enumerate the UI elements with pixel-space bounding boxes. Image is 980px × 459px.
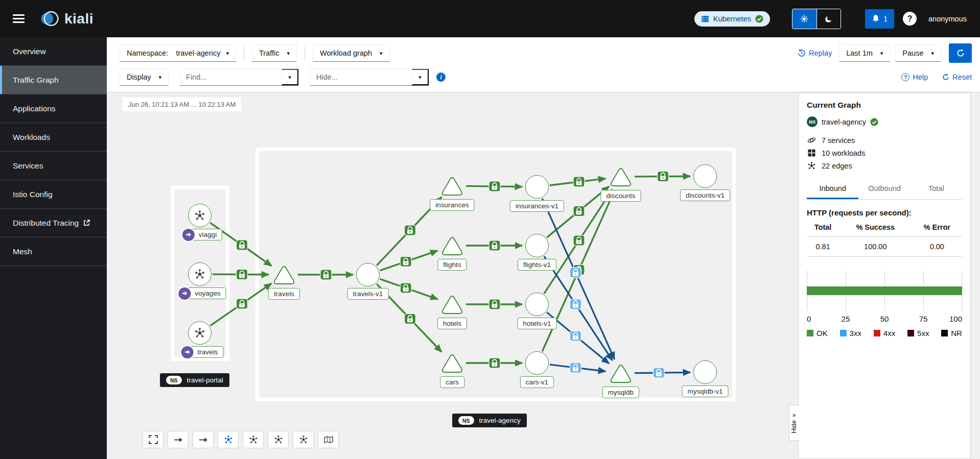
sidebar-item-distributed-tracing[interactable]: Distributed Tracing — [0, 209, 107, 237]
traffic-source-badge-icon — [177, 286, 192, 301]
graph-node-label-insurances-v1[interactable]: insurances-v1 — [510, 200, 564, 212]
graph-node-label-mysqldb[interactable]: mysqldb — [602, 386, 639, 398]
sidebar-item-overview[interactable]: Overview — [0, 37, 107, 66]
chart-legend: OK3xx4xx5xxNR — [807, 329, 962, 337]
graph-node-label-travels-wl[interactable]: travels — [188, 346, 224, 358]
graph-node-label-hotels[interactable]: hotels — [437, 318, 467, 329]
sidebar-item-traffic-graph[interactable]: Traffic Graph — [0, 66, 107, 94]
graph-type-select-label: Workload graph — [320, 49, 372, 57]
light-theme-button[interactable] — [792, 9, 816, 29]
graph-node-insurances[interactable] — [438, 173, 466, 198]
graph-node-label-cars[interactable]: cars — [440, 376, 464, 388]
http-rate-table: Total% Success% Error 0.81100.000.00 — [807, 219, 962, 257]
graph-node-label-hotels-v1[interactable]: hotels-v1 — [518, 318, 557, 329]
hide-input[interactable] — [311, 69, 412, 85]
graph-reset-button[interactable]: Reset — [942, 73, 972, 81]
graph-node-label-viaggi[interactable]: viaggi — [189, 229, 222, 240]
sidebar-item-mesh[interactable]: Mesh — [0, 237, 107, 266]
refresh-interval-value: Pause — [902, 49, 923, 57]
dagre-layout-button[interactable] — [218, 431, 239, 448]
graph-node-label-insurances[interactable]: insurances — [430, 199, 474, 211]
graph-node-label-discounts-v1[interactable]: discounts-v1 — [680, 189, 730, 201]
graph-node-mysqldb-v1[interactable] — [693, 360, 717, 384]
panel-stat-row: 10 workloads — [807, 149, 962, 157]
help-menu-button[interactable]: ? — [903, 12, 917, 26]
graph-node-mysqldb[interactable] — [607, 360, 635, 385]
legend-icon — [324, 436, 333, 443]
cluster-label: Kubernetes — [713, 15, 751, 23]
mtls-lock-icon — [405, 225, 416, 235]
node-label-text: cars — [446, 378, 459, 386]
table-cell: 0.81 — [807, 237, 839, 257]
panel-hide-tab[interactable]: » Hide — [789, 405, 799, 441]
graph-canvas[interactable]: Jun 26, 10:21:13 AM ... 10:22:13 AM viag… — [107, 92, 798, 459]
tab-outbound[interactable]: Outbound — [858, 180, 910, 199]
edge-arrow-alt-button[interactable] — [193, 431, 214, 448]
graph-node-label-discounts[interactable]: discounts — [600, 190, 641, 202]
edge-arrow-button[interactable] — [168, 431, 189, 448]
graph-node-flights[interactable] — [438, 232, 466, 258]
graph-node-travels-v1[interactable] — [356, 263, 380, 286]
display-select[interactable]: Display ▾ — [120, 68, 169, 86]
http-rate-title: HTTP (requests per second): — [807, 208, 962, 217]
graph-node-flights-v1[interactable] — [525, 234, 549, 257]
duration-select[interactable]: Last 1m ▾ — [839, 44, 890, 62]
nav-toggle-hamburger-icon[interactable] — [13, 14, 25, 23]
sidebar-item-istio-config[interactable]: Istio Config — [0, 180, 107, 209]
graph-node-viaggi[interactable] — [188, 204, 212, 227]
graph-node-label-travels-v1[interactable]: travels-v1 — [347, 288, 389, 300]
graph-node-cars[interactable] — [438, 350, 466, 375]
graph-node-travels-wl[interactable] — [188, 321, 212, 345]
graph-node-hotels[interactable] — [438, 291, 466, 317]
find-input[interactable] — [180, 69, 282, 85]
graph-node-label-flights[interactable]: flights — [437, 259, 466, 271]
legend-label: 5xx — [917, 329, 929, 337]
graph-node-discounts-v1[interactable] — [693, 164, 717, 188]
graph-type-select[interactable]: Workload graph ▾ — [313, 44, 390, 62]
legend-item-3xx: 3xx — [840, 329, 861, 337]
refresh-button[interactable] — [949, 43, 972, 63]
namespace-select[interactable]: Namespace: travel-agency ▾ — [120, 44, 236, 62]
tab-total[interactable]: Total — [911, 180, 962, 199]
sidebar-item-workloads[interactable]: Workloads — [0, 123, 107, 152]
dark-theme-button[interactable] — [816, 9, 841, 29]
hide-options-toggle[interactable]: ▾ — [412, 69, 429, 85]
refresh-interval-select[interactable]: Pause ▾ — [895, 44, 941, 62]
sidebar-item-services[interactable]: Services — [0, 152, 107, 180]
find-options-toggle[interactable]: ▾ — [282, 69, 298, 85]
graph-node-label-mysqldb-v1[interactable]: mysqldb-v1 — [682, 385, 728, 397]
graph-node-voyages[interactable] — [188, 262, 212, 286]
mtls-lock-icon — [320, 270, 332, 280]
replay-button[interactable]: Replay — [798, 49, 832, 57]
chart-bar-segment-ok — [807, 286, 962, 295]
breadthfirst-layout-button[interactable] — [293, 431, 314, 448]
find-hide-info-icon[interactable]: i — [436, 73, 446, 82]
graph-node-insurances-v1[interactable] — [525, 175, 549, 199]
caret-down-icon: ▾ — [380, 51, 383, 56]
graph-node-label-cars-v1[interactable]: cars-v1 — [520, 376, 554, 388]
graph-node-cars-v1[interactable] — [525, 351, 549, 375]
table-cell: 0.00 — [912, 237, 962, 257]
grid-layout-button[interactable] — [243, 431, 264, 448]
cluster-badge[interactable]: Kubernetes — [694, 11, 770, 27]
kiali-brand: kiali — [40, 9, 94, 28]
graph-node-label-flights-v1[interactable]: flights-v1 — [518, 259, 556, 271]
graph-node-label-voyages[interactable]: voyages — [184, 287, 226, 299]
mtls-lock-icon — [489, 181, 500, 191]
notifications-button[interactable]: 1 — [865, 9, 894, 29]
graph-node-travels[interactable] — [270, 261, 298, 287]
edges-icon — [807, 161, 816, 170]
graph-node-discounts[interactable] — [607, 163, 635, 189]
traffic-select[interactable]: Traffic ▾ — [252, 44, 297, 62]
legend-button[interactable] — [318, 431, 339, 448]
tab-inbound[interactable]: Inbound — [807, 180, 858, 199]
sidebar-item-applications[interactable]: Applications — [0, 94, 107, 123]
concentric-layout-button[interactable] — [268, 431, 289, 448]
graph-node-hotels-v1[interactable] — [525, 293, 549, 316]
graph-node-label-travels[interactable]: travels — [268, 288, 300, 300]
sidebar-item-label: Mesh — [13, 247, 32, 256]
summary-panel: Current Graph NS travel-agency 7 service… — [798, 92, 971, 459]
expand-button[interactable] — [143, 431, 164, 448]
mtls-lock-icon — [489, 358, 500, 368]
graph-help-button[interactable]: ? Help — [901, 73, 928, 81]
